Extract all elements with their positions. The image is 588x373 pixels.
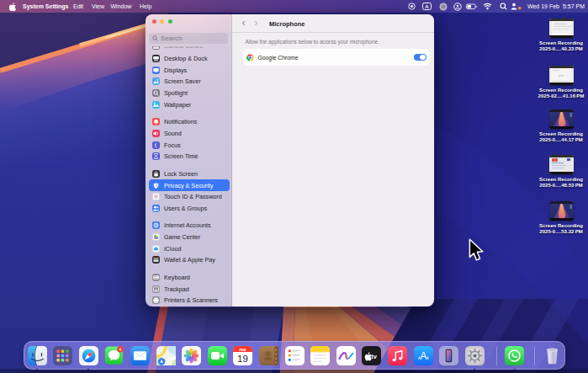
svg-text:FEB: FEB [240,347,246,351]
svg-text:@: @ [154,223,158,228]
svg-text:A: A [420,349,427,361]
svg-text:A: A [425,4,429,9]
svg-text:tv: tv [372,353,378,360]
svg-text:19: 19 [237,354,248,364]
